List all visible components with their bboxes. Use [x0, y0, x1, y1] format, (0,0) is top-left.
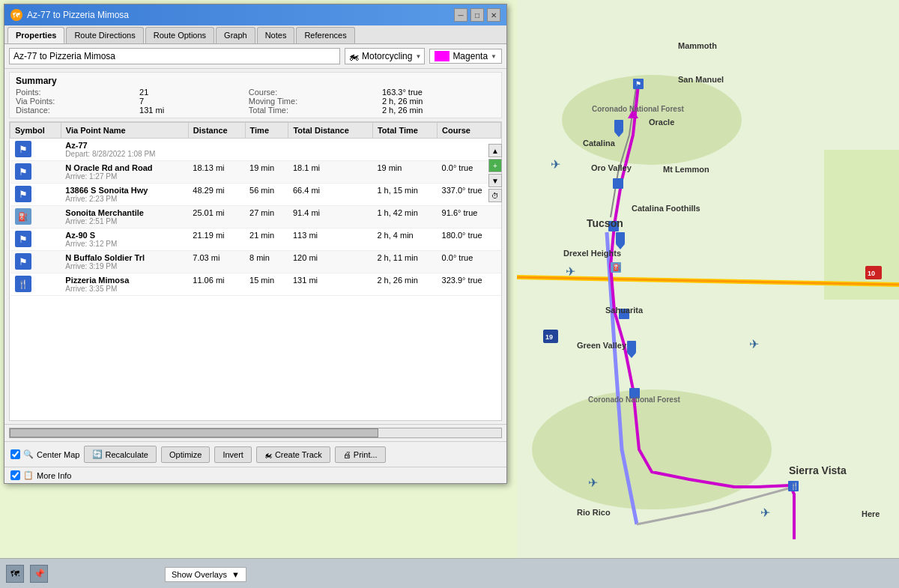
color-swatch: [435, 51, 450, 61]
table-row[interactable]: ⛽ Sonoita Merchantile Arrive: 2:51 PM 25…: [10, 206, 501, 228]
cell-distance: 48.29 mi: [188, 184, 245, 206]
cell-total-distance: 91.4 mi: [288, 206, 372, 228]
cell-symbol: ⚑: [10, 139, 61, 161]
cell-total-time: 2 h, 11 min: [372, 251, 437, 273]
city-catalina: Catalina: [583, 139, 615, 148]
cell-name: 13866 S Sonoita Hwy Arrive: 2:23 PM: [61, 184, 188, 206]
cell-time: 27 min: [245, 206, 288, 228]
points-value: 21: [139, 88, 237, 97]
create-track-icon: 🏍: [264, 450, 273, 459]
cell-name: Az-77 Depart: 8/28/2022 1:08 PM: [61, 139, 188, 161]
taskbar-icon-2[interactable]: 📌: [30, 565, 48, 583]
svg-text:✈: ✈: [588, 476, 598, 489]
taskbar-icon-1[interactable]: 🗺: [6, 565, 24, 583]
print-button[interactable]: 🖨 Print...: [335, 446, 386, 463]
print-label: Print...: [354, 450, 378, 459]
table-row[interactable]: ⚑ N Buffalo Soldier Trl Arrive: 3:19 PM …: [10, 251, 501, 273]
course-label: Course:: [249, 88, 370, 97]
svg-rect-28: [627, 341, 636, 353]
tab-route-options[interactable]: Route Options: [145, 27, 214, 43]
route-table-container[interactable]: Symbol Via Point Name Distance Time Tota…: [9, 121, 502, 421]
show-overlays-arrow-icon: ▼: [231, 570, 240, 579]
svg-rect-7: [613, 178, 623, 189]
optimize-button[interactable]: Optimize: [161, 446, 210, 463]
svg-text:🍴: 🍴: [790, 482, 799, 491]
tab-bar: Properties Route Directions Route Option…: [4, 25, 506, 44]
route-table-body: ⚑ Az-77 Depart: 8/28/2022 1:08 PM ⚑ N Or…: [10, 139, 501, 296]
course-value: 163.3° true: [382, 88, 495, 97]
route-name-input[interactable]: [9, 48, 340, 64]
svg-marker-29: [627, 353, 636, 358]
add-waypoint-button[interactable]: +: [488, 159, 502, 172]
city-catalina-foothills: Catalina Foothills: [632, 204, 700, 213]
tab-notes[interactable]: Notes: [257, 27, 295, 43]
table-row[interactable]: ⚑ N Oracle Rd and Road Arrive: 1:27 PM 1…: [10, 161, 501, 184]
more-info-icon: 📋: [23, 470, 34, 480]
svg-rect-20: [543, 330, 558, 343]
print-icon: 🖨: [343, 450, 351, 459]
recalculate-button[interactable]: 🔄 Recalculate: [84, 446, 156, 463]
transport-dropdown[interactable]: 🏍 Motorcycling ▼: [345, 48, 425, 64]
invert-label: Invert: [223, 450, 243, 459]
scrollbar-thumb: [10, 428, 378, 437]
close-button[interactable]: ✕: [487, 8, 500, 22]
history-button[interactable]: ⏱: [488, 189, 502, 202]
show-overlays-button[interactable]: Show Overlays ▼: [165, 567, 246, 582]
cell-total-distance: 131 mi: [288, 273, 372, 296]
color-dropdown[interactable]: Magenta ▼: [429, 49, 502, 64]
city-mt-lemmon: Mt Lemmon: [663, 165, 709, 174]
cell-total-time: 2 h, 4 min: [372, 228, 437, 251]
summary-grid: Points: 21 Course: 163.3° true Via Point…: [16, 88, 495, 115]
svg-text:10: 10: [868, 270, 875, 277]
label-coronado-north: Coronado National Forest: [592, 105, 684, 113]
cell-course: 180.0° true: [438, 228, 501, 251]
col-symbol: Symbol: [10, 123, 61, 139]
svg-rect-5: [633, 79, 644, 89]
svg-text:⚑: ⚑: [635, 80, 641, 88]
maximize-button[interactable]: □: [470, 8, 484, 22]
cell-total-distance: 66.4 mi: [288, 184, 372, 206]
minimize-button[interactable]: ─: [454, 8, 467, 22]
cell-time: 15 min: [245, 273, 288, 296]
svg-rect-24: [614, 120, 623, 132]
tab-route-directions[interactable]: Route Directions: [66, 27, 143, 43]
table-area: Symbol Via Point Name Distance Time Tota…: [4, 121, 506, 421]
cell-course: 0.0° true: [438, 251, 501, 273]
col-via-name: Via Point Name: [61, 123, 188, 139]
cell-time: 21 min: [245, 228, 288, 251]
cell-name: Sonoita Merchantile Arrive: 2:51 PM: [61, 206, 188, 228]
horizontal-scrollbar[interactable]: [9, 428, 502, 438]
via-points-value: 7: [139, 97, 237, 106]
tab-properties[interactable]: Properties: [7, 27, 64, 43]
center-map-checkbox[interactable]: [10, 449, 20, 459]
window-icon: 🗺: [10, 9, 22, 21]
invert-button[interactable]: Invert: [214, 446, 252, 463]
more-info-row: 📋 More Info: [4, 467, 506, 483]
motorcycle-icon: 🏍: [348, 50, 359, 62]
cell-total-time: [372, 139, 437, 161]
table-row[interactable]: ⚑ 13866 S Sonoita Hwy Arrive: 2:23 PM 48…: [10, 184, 501, 206]
city-rio-rico: Rio Rico: [577, 508, 611, 517]
create-track-button[interactable]: 🏍 Create Track: [256, 446, 330, 463]
scroll-down-button[interactable]: ▼: [488, 174, 502, 187]
cell-name: N Buffalo Soldier Trl Arrive: 3:19 PM: [61, 251, 188, 273]
tab-graph[interactable]: Graph: [216, 27, 255, 43]
cell-name: Pizzeria Mimosa Arrive: 3:35 PM: [61, 273, 188, 296]
center-map-label: Center Map: [37, 450, 79, 459]
svg-text:19: 19: [545, 333, 553, 341]
table-row[interactable]: 🍴 Pizzeria Mimosa Arrive: 3:35 PM 11.06 …: [10, 273, 501, 296]
more-info-checkbox[interactable]: [10, 470, 20, 480]
table-row[interactable]: ⚑ Az-90 S Arrive: 3:12 PM 21.19 mi 21 mi…: [10, 228, 501, 251]
cell-total-distance: 120 mi: [288, 251, 372, 273]
distance-label: Distance:: [16, 106, 127, 115]
table-row[interactable]: ⚑ Az-77 Depart: 8/28/2022 1:08 PM: [10, 139, 501, 161]
cell-symbol: ⚑: [10, 228, 61, 251]
tab-references[interactable]: References: [296, 27, 354, 43]
svg-rect-26: [616, 232, 625, 244]
svg-text:✈: ✈: [749, 338, 759, 351]
scroll-up-button[interactable]: ▲: [488, 144, 502, 157]
color-arrow-icon: ▼: [491, 53, 497, 60]
center-map-checkbox-row: 🔍 Center Map: [10, 449, 79, 459]
total-time-label: Total Time:: [249, 106, 370, 115]
more-info-label: More Info: [37, 471, 71, 480]
